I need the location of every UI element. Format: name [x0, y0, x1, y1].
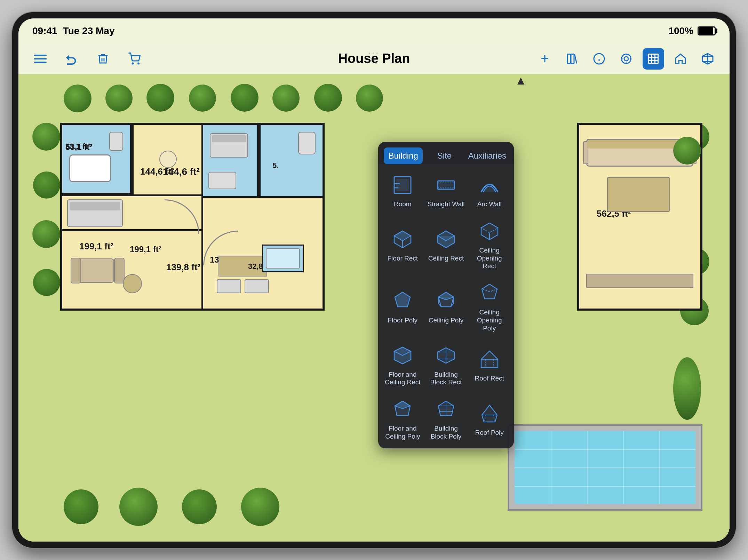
- library-button[interactable]: [561, 48, 583, 70]
- grid-item-straight-wall[interactable]: Straight Wall: [424, 167, 468, 213]
- tree: [231, 84, 258, 112]
- grid-item-room[interactable]: Room: [381, 167, 424, 213]
- house-outline: 53,1 ft² 144,6 ft² 199,1 ft² 139,8 ft²: [60, 123, 325, 311]
- tree: [189, 85, 216, 112]
- measurement-199: 199,1 ft²: [130, 245, 161, 254]
- floor-rect-label: Floor Rect: [388, 255, 418, 263]
- tree: [182, 489, 217, 524]
- grid-item-ceiling-opening-rect[interactable]: Ceiling Opening Rect: [468, 213, 511, 275]
- grid-item-ceiling-opening-poly[interactable]: Ceiling Opening Poly: [468, 275, 511, 337]
- roof-rect-label: Roof Rect: [475, 375, 504, 383]
- svg-rect-16: [649, 54, 658, 63]
- straight-wall-label: Straight Wall: [427, 200, 464, 208]
- toolbar-left: [30, 48, 145, 70]
- roof-poly-icon: [477, 401, 502, 426]
- status-left: 09:41 Tue 23 May: [32, 25, 115, 37]
- pool-water: [515, 431, 695, 504]
- canvas-area[interactable]: 53,1 ft² 144,6 ft² 199,1 ft² 139,8 ft²: [18, 74, 730, 542]
- pool-deck: [508, 424, 702, 511]
- tree: [64, 85, 91, 112]
- ceiling-poly-icon: [433, 289, 459, 314]
- status-right: 100%: [668, 25, 716, 37]
- roof-poly-label: Roof Poly: [475, 429, 503, 437]
- svg-rect-0: [34, 55, 47, 56]
- cart-button[interactable]: [124, 48, 145, 70]
- svg-rect-28: [438, 181, 454, 189]
- building-items-popup: Building Site Auxiliaries: [378, 142, 514, 448]
- 3d-view-button[interactable]: [697, 48, 718, 70]
- floor-ceiling-poly-label: Floor and Ceiling Poly: [384, 425, 422, 441]
- tv-stand: [586, 274, 693, 288]
- menu-button[interactable]: [30, 48, 51, 70]
- svg-point-3: [132, 63, 133, 64]
- add-button[interactable]: +: [534, 48, 556, 70]
- toolbar-right: +: [534, 48, 718, 70]
- grid-item-ceiling-poly[interactable]: Ceiling Poly: [424, 275, 468, 337]
- wall-v1: [132, 125, 134, 194]
- floorplan-view-button[interactable]: [643, 48, 664, 70]
- overflow-dots: ···: [368, 48, 380, 57]
- small-bath: [262, 245, 304, 272]
- meas-144: 144,6 ft²: [163, 166, 200, 177]
- grid-item-floor-poly[interactable]: Floor Poly: [381, 275, 424, 337]
- grid-item-roof-poly[interactable]: Roof Poly: [468, 391, 511, 446]
- tree: [33, 269, 60, 296]
- building-block-poly-icon: [433, 397, 459, 422]
- svg-point-10: [622, 54, 631, 63]
- floor-poly-icon: [390, 289, 415, 314]
- target-button[interactable]: [615, 48, 637, 70]
- grid-item-building-block-rect[interactable]: Building Block Rect: [424, 337, 468, 392]
- tab-auxiliaries[interactable]: Auxiliaries: [466, 147, 508, 164]
- svg-point-4: [138, 63, 139, 64]
- building-block-poly-label: Building Block Poly: [427, 425, 465, 441]
- delete-button[interactable]: [92, 48, 114, 70]
- room-label: Room: [394, 200, 412, 208]
- tree-right-bottom: [673, 357, 701, 420]
- floor-ceiling-rect-icon: [390, 343, 415, 368]
- undo-button[interactable]: [61, 48, 82, 70]
- chair2: [245, 279, 269, 293]
- grid-item-arc-wall[interactable]: Arc Wall: [468, 167, 511, 213]
- grid-item-floor-rect[interactable]: Floor Rect: [381, 213, 424, 275]
- ipad-device: 09:41 Tue 23 May 100%: [12, 12, 736, 548]
- tab-site[interactable]: Site: [425, 147, 464, 164]
- items-grid: Room Straight Wall: [378, 164, 514, 448]
- svg-rect-25: [396, 179, 409, 191]
- svg-point-11: [624, 57, 628, 61]
- tree: [241, 488, 279, 526]
- house-view-button[interactable]: [670, 48, 691, 70]
- tab-building[interactable]: Building: [384, 147, 423, 164]
- floor-rect-icon: [390, 227, 415, 252]
- couch-arm2: [114, 258, 125, 283]
- time: 09:41: [32, 25, 57, 37]
- svg-rect-2: [34, 62, 47, 63]
- tree: [105, 85, 133, 112]
- info-button[interactable]: [588, 48, 610, 70]
- chair1: [217, 279, 241, 293]
- grid-item-ceiling-rect[interactable]: Ceiling Rect: [424, 213, 468, 275]
- ceiling-rect-icon: [433, 227, 459, 252]
- floor-poly-label: Floor Poly: [388, 317, 418, 325]
- arc-wall-label: Arc Wall: [477, 200, 502, 208]
- grid-item-building-block-poly[interactable]: Building Block Poly: [424, 391, 468, 446]
- bathroom-right2: [259, 125, 323, 198]
- tree: [314, 84, 342, 112]
- bed: [67, 199, 123, 227]
- battery-percent: 100%: [668, 25, 693, 37]
- building-block-rect-label: Building Block Rect: [427, 371, 465, 387]
- couch-arm: [71, 258, 81, 283]
- tree: [32, 220, 60, 248]
- grid-item-roof-rect[interactable]: Roof Rect: [468, 337, 511, 392]
- tree: [119, 488, 158, 526]
- building-block-rect-icon: [433, 343, 459, 368]
- meas-199: 199,1 ft²: [79, 241, 113, 252]
- floor-ceiling-poly-icon: [390, 397, 415, 422]
- meas-5: 5.: [272, 161, 279, 170]
- floor-ceiling-rect-label: Floor and Ceiling Rect: [384, 371, 422, 387]
- grid-item-floor-ceiling-poly[interactable]: Floor and Ceiling Poly: [381, 391, 424, 446]
- room-icon: [390, 173, 415, 198]
- grid-item-floor-ceiling-rect[interactable]: Floor and Ceiling Rect: [381, 337, 424, 392]
- ceiling-poly-label: Ceiling Poly: [429, 317, 463, 325]
- toolbar: House Plan ··· +: [18, 43, 730, 74]
- ceiling-opening-rect-label: Ceiling Opening Rect: [470, 247, 508, 270]
